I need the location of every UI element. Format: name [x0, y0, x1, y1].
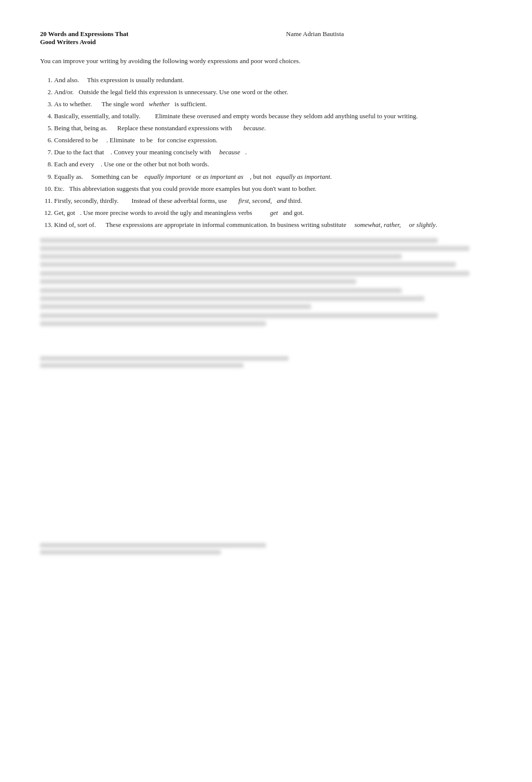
name-label: Name Adrian Bautista [286, 30, 344, 38]
list-item: And also. This expression is usually red… [54, 75, 492, 85]
list-item: Etc. This abbreviation suggests that you… [54, 184, 492, 194]
title-line1: 20 Words and Expressions That [40, 30, 246, 38]
list-item: Basically, essentially, and totally. Eli… [54, 111, 492, 121]
title-block: 20 Words and Expressions That Good Write… [40, 30, 246, 46]
intro-paragraph: You can improve your writing by avoiding… [40, 56, 492, 66]
name-block: Name Adrian Bautista [246, 30, 492, 38]
footer-blurred [40, 356, 492, 368]
list-item: Being that, being as. Replace these nons… [54, 123, 492, 133]
list-item: Each and every . Use one or the other bu… [54, 159, 492, 169]
list-item: Due to the fact that . Convey your meani… [54, 147, 492, 157]
title-line2: Good Writers Avoid [40, 38, 246, 46]
list-item: And/or. Outside the legal field this exp… [54, 87, 492, 97]
list-item: Firstly, secondly, thirdly. Instead of t… [54, 196, 492, 206]
header-section: 20 Words and Expressions That Good Write… [40, 30, 492, 46]
list-item: As to whether. The single word whether i… [54, 99, 492, 109]
list-item: Kind of, sort of. These expressions are … [54, 220, 492, 230]
word-list: And also. This expression is usually red… [40, 75, 492, 230]
blurred-section-1 [40, 238, 492, 326]
list-item: Equally as. Something can be equally imp… [54, 172, 492, 182]
list-item: Get, got . Use more precise words to avo… [54, 208, 492, 218]
list-item: Considered to be . Eliminate to be for c… [54, 135, 492, 145]
bottom-blurred [40, 543, 492, 555]
